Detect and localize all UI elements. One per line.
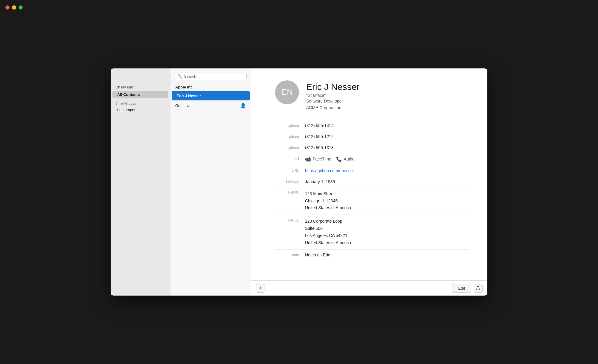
address-street-1: 123 Main Street xyxy=(305,190,469,198)
birthday-label: birthday xyxy=(275,179,305,184)
contact-header: EN Eric J Nesser "Scarface" Software Dev… xyxy=(275,80,469,111)
contact-name-eric: Eric J Nesser xyxy=(176,94,201,98)
call-row: call 📹 FaceTime 📞 Audio xyxy=(275,153,469,165)
phone-row-2: phone (312) 555-1212 xyxy=(275,131,469,142)
note-label: note xyxy=(275,253,305,257)
contact-list: 🔍 Apple Inc. Eric J Nesser Guest User 👤 xyxy=(170,68,251,296)
add-contact-button[interactable]: + xyxy=(256,284,265,293)
call-label: call xyxy=(275,156,305,161)
address-row-1: LABEL 123 Main Street Chicago IL 12345 U… xyxy=(275,187,469,215)
note-row: note Notes on Eric xyxy=(275,250,469,260)
address-row-2: LABEL 123 Corporate Loop Suite 500 Los A… xyxy=(275,215,469,250)
url-label: URL xyxy=(275,168,305,173)
audio-label: Audio xyxy=(344,157,355,161)
contact-entry-eric[interactable]: Eric J Nesser xyxy=(172,91,250,100)
detail-content: EN Eric J Nesser "Scarface" Software Dev… xyxy=(251,68,487,280)
address-label-1: LABEL xyxy=(275,190,305,195)
search-bar: 🔍 xyxy=(170,68,251,83)
phone-icon: 📞 xyxy=(336,156,342,162)
address-suite-2: Suite 500 xyxy=(305,225,469,232)
edit-button[interactable]: Edit xyxy=(452,284,471,293)
address-city-1: Chicago IL 12345 xyxy=(305,198,469,205)
video-icon: 📹 xyxy=(305,156,311,162)
smart-groups-label: Smart Groups xyxy=(111,99,170,106)
search-icon: 🔍 xyxy=(177,74,182,79)
phone-label-1: phone xyxy=(275,123,305,128)
note-value: Notes on Eric xyxy=(305,253,469,257)
app-body: On My Mac All Contacts Smart Groups Last… xyxy=(111,68,487,296)
sidebar: On My Mac All Contacts Smart Groups Last… xyxy=(111,68,170,296)
address-country-2: United States of America xyxy=(305,239,469,247)
footer-right: Edit xyxy=(452,284,483,293)
search-input-wrap[interactable]: 🔍 xyxy=(175,73,247,80)
address-city-2: Los Angeles CA 54321 xyxy=(305,232,469,239)
birthday-value: January 1, 1985 xyxy=(305,179,469,184)
address-value-1: 123 Main Street Chicago IL 12345 United … xyxy=(305,190,469,212)
contact-nickname: "Scarface" xyxy=(306,93,359,98)
phone-label-2: phone xyxy=(275,134,305,139)
url-value[interactable]: https://github.com/enesser xyxy=(305,168,469,173)
footer-left: + xyxy=(256,284,265,293)
detail-footer: + Edit xyxy=(251,280,487,296)
contact-company: ACME Corporation xyxy=(306,104,359,111)
url-row: URL https://github.com/enesser xyxy=(275,165,469,176)
audio-button[interactable]: 📞 Audio xyxy=(336,156,355,162)
contact-title-block: Eric J Nesser "Scarface" Software Develo… xyxy=(306,80,359,111)
contact-entry-guest[interactable]: Guest User 👤 xyxy=(170,100,251,111)
share-icon xyxy=(476,286,480,290)
address-label-2: LABEL xyxy=(275,218,305,222)
phone-value-2: (312) 555-1212 xyxy=(305,134,469,139)
phone-label-3: phone xyxy=(275,145,305,150)
contact-group-header: Apple Inc. xyxy=(170,83,251,91)
sidebar-item-all-contacts[interactable]: All Contacts xyxy=(112,91,168,98)
app-window: On My Mac All Contacts Smart Groups Last… xyxy=(111,68,487,296)
share-button[interactable] xyxy=(474,284,483,293)
person-icon: 👤 xyxy=(240,103,246,108)
address-value-2: 123 Corporate Loop Suite 500 Los Angeles… xyxy=(305,218,469,246)
avatar: EN xyxy=(275,80,299,104)
contact-full-name: Eric J Nesser xyxy=(306,82,359,92)
phone-row-1: phone (312) 555-1414 xyxy=(275,120,469,131)
sidebar-item-last-import[interactable]: Last Import xyxy=(112,106,168,114)
phone-value-3: (312) 555-1313 xyxy=(305,145,469,150)
address-country-1: United States of America xyxy=(305,204,469,212)
facetime-label: FaceTime xyxy=(313,157,331,161)
contact-name-guest: Guest User xyxy=(175,103,195,108)
facetime-button[interactable]: 📹 FaceTime xyxy=(305,156,331,162)
contact-job-title: Software Developer xyxy=(306,98,359,104)
detail-panel: EN Eric J Nesser "Scarface" Software Dev… xyxy=(251,68,487,296)
phone-row-3: phone (312) 555-1313 xyxy=(275,142,469,153)
birthday-row: birthday January 1, 1985 xyxy=(275,176,469,187)
phone-value-1: (312) 555-1414 xyxy=(305,123,469,128)
on-my-mac-label: On My Mac xyxy=(111,83,170,91)
call-options: 📹 FaceTime 📞 Audio xyxy=(305,156,355,162)
search-input[interactable] xyxy=(184,74,244,79)
address-street-2: 123 Corporate Loop xyxy=(305,218,469,225)
